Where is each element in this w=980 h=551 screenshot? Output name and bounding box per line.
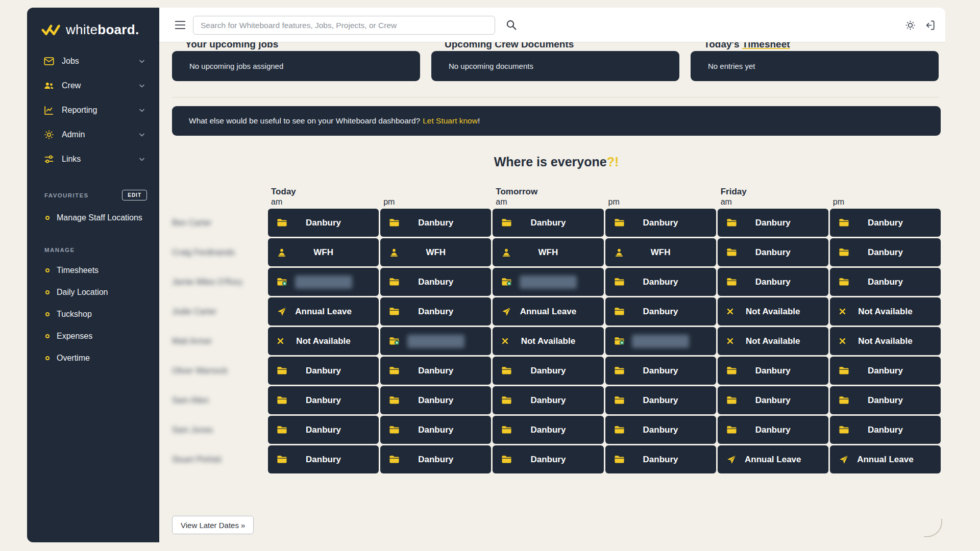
status-cell-danbury[interactable]: Danbury (380, 386, 491, 414)
status-cell-annual[interactable]: Annual Leave (493, 297, 603, 325)
sidebar-item-jobs[interactable]: Jobs (27, 49, 159, 73)
status-cell-danbury[interactable]: Danbury (380, 416, 491, 444)
x-icon (501, 337, 509, 345)
edit-favourites-button[interactable]: EDIT (122, 190, 147, 201)
column-header: pm (830, 187, 941, 208)
status-label: Danbury (418, 425, 453, 435)
status-cell-wfh[interactable]: WFH (493, 238, 603, 266)
status-cell-hidden[interactable] (380, 327, 491, 355)
status-cell-danbury[interactable]: Danbury (830, 416, 941, 444)
status-cell-danbury[interactable]: Danbury (605, 416, 716, 444)
plane-icon (501, 307, 511, 317)
status-cell-danbury[interactable]: Danbury (605, 357, 716, 385)
folder-icon (726, 395, 737, 405)
search-button[interactable] (505, 19, 518, 31)
status-cell-annual[interactable]: Annual Leave (718, 445, 828, 473)
status-cell-danbury[interactable]: Danbury (718, 416, 828, 444)
person-icon (277, 247, 287, 258)
status-cell-danbury[interactable]: Danbury (830, 209, 941, 237)
status-cell-wfh[interactable]: WFH (605, 238, 716, 266)
status-cell-danbury[interactable]: Danbury (605, 297, 716, 325)
status-cell-danbury[interactable]: Danbury (605, 268, 716, 296)
panel-heading-link[interactable]: Timesheet (742, 42, 790, 49)
status-label: Annual Leave (857, 455, 914, 465)
status-cell-na[interactable]: Not Available (830, 327, 941, 355)
status-cell-danbury[interactable]: Danbury (493, 357, 603, 385)
status-cell-danbury[interactable]: Danbury (268, 445, 379, 473)
status-cell-hidden[interactable] (493, 268, 603, 296)
sidebar-item-tuckshop[interactable]: Tuckshop (27, 303, 159, 325)
folder-icon (277, 218, 287, 228)
sidebar-item-daily-location[interactable]: Daily Location (27, 281, 159, 303)
status-cell-na[interactable]: Not Available (718, 297, 828, 325)
status-cell-danbury[interactable]: Danbury (380, 209, 491, 237)
logo[interactable]: whiteboard. (27, 8, 159, 38)
sidebar-item-expenses[interactable]: Expenses (27, 325, 159, 347)
status-cell-danbury[interactable]: Danbury (268, 386, 379, 414)
status-cell-danbury[interactable]: Danbury (605, 386, 716, 414)
status-cell-annual[interactable]: Annual Leave (268, 297, 379, 325)
meridiem-label: am (721, 197, 828, 208)
status-label: Not Available (296, 336, 350, 346)
person-icon (614, 247, 624, 258)
status-cell-danbury[interactable]: Danbury (493, 386, 603, 414)
theme-toggle-button[interactable] (904, 19, 916, 31)
status-cell-annual[interactable]: Annual Leave (830, 445, 941, 473)
status-cell-danbury[interactable]: Danbury (605, 209, 716, 237)
sidebar-item-crew[interactable]: Crew (27, 73, 159, 98)
status-cell-danbury[interactable]: Danbury (830, 357, 941, 385)
status-cell-danbury[interactable]: Danbury (268, 357, 379, 385)
status-cell-danbury[interactable]: Danbury (718, 268, 828, 296)
status-cell-danbury[interactable]: Danbury (380, 297, 491, 325)
status-label: Danbury (418, 455, 453, 465)
status-cell-danbury[interactable]: Danbury (830, 268, 941, 296)
sidebar-nav: JobsCrewReportingAdminLinks (27, 49, 159, 171)
status-cell-danbury[interactable]: Danbury (380, 357, 491, 385)
status-cell-wfh[interactable]: WFH (268, 238, 379, 266)
sidebar-item-overtime[interactable]: Overtime (27, 347, 159, 369)
status-cell-danbury[interactable]: Danbury (605, 445, 716, 473)
status-cell-na[interactable]: Not Available (718, 327, 828, 355)
status-cell-danbury[interactable]: Danbury (380, 268, 491, 296)
status-cell-danbury[interactable]: Danbury (718, 386, 828, 414)
status-label: Danbury (755, 218, 791, 228)
banner-link[interactable]: Let Stuart know (423, 116, 478, 126)
menu-button[interactable] (175, 20, 186, 30)
status-label: Not Available (858, 307, 912, 317)
sidebar-item-manage-staff-locations[interactable]: Manage Staff Locations (27, 207, 159, 229)
panel-empty-text: No entries yet (708, 62, 755, 70)
status-cell-danbury[interactable]: Danbury (493, 416, 603, 444)
crew-name: Oliver Warnock (172, 357, 266, 385)
status-cell-danbury[interactable]: Danbury (718, 357, 828, 385)
status-cell-na[interactable]: Not Available (493, 327, 603, 355)
sidebar-item-links[interactable]: Links (27, 147, 159, 171)
status-cell-danbury[interactable]: Danbury (493, 209, 603, 237)
status-cell-danbury[interactable]: Danbury (830, 238, 941, 266)
status-cell-na[interactable]: Not Available (830, 297, 941, 325)
logout-button[interactable] (924, 19, 936, 31)
sidebar-item-admin[interactable]: Admin (27, 122, 159, 147)
status-cell-danbury[interactable]: Danbury (493, 445, 603, 473)
status-cell-danbury[interactable]: Danbury (718, 238, 828, 266)
sidebar-item-timesheets[interactable]: Timesheets (27, 259, 159, 281)
status-cell-danbury[interactable]: Danbury (830, 386, 941, 414)
status-cell-danbury[interactable]: Danbury (380, 445, 491, 473)
day-label-empty (383, 187, 491, 197)
status-cell-danbury[interactable]: Danbury (718, 209, 828, 237)
status-cell-hidden[interactable] (268, 268, 379, 296)
status-label: Danbury (530, 395, 566, 406)
status-cell-danbury[interactable]: Danbury (268, 416, 379, 444)
brand-name: whiteboard. (66, 22, 139, 38)
search-input[interactable] (193, 16, 495, 35)
sidebar: whiteboard. JobsCrewReportingAdminLinks … (27, 8, 159, 542)
board-rows: Ben CarterDanburyDanburyDanburyDanburyDa… (172, 209, 941, 473)
status-cell-wfh[interactable]: WFH (380, 238, 491, 266)
view-later-dates-button[interactable]: View Later Dates » (172, 516, 254, 534)
status-label: Danbury (868, 218, 903, 228)
status-cell-hidden[interactable] (605, 327, 716, 355)
folder-icon (839, 218, 849, 228)
sidebar-item-reporting[interactable]: Reporting (27, 98, 159, 122)
plane-icon (277, 307, 287, 317)
status-cell-danbury[interactable]: Danbury (268, 209, 379, 237)
status-cell-na[interactable]: Not Available (268, 327, 379, 355)
